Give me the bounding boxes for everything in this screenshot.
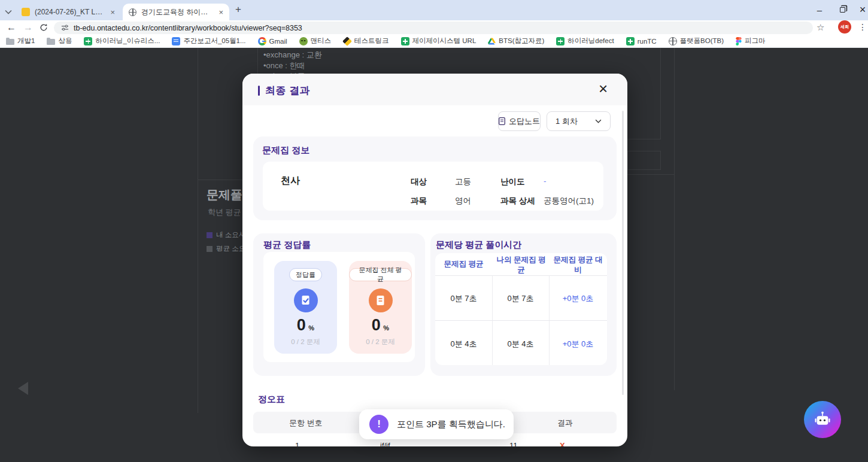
note-icon (499, 117, 505, 125)
tab-favicon-globe (129, 8, 136, 16)
errata-partial-row: 1 if/if 11 X (253, 441, 617, 446)
bookmark-mantis[interactable]: 맨티스 (299, 37, 332, 45)
errata-cell: 1 (295, 441, 299, 446)
time-delta-cell: +0분 0초 (549, 293, 607, 304)
time-cell: 0분 4초 (435, 339, 492, 349)
prev-arrow-icon[interactable] (18, 382, 28, 395)
browser-menu-icon[interactable]: ⋮ (858, 22, 867, 32)
modal-scrollbar[interactable] (622, 111, 624, 395)
forward-button[interactable]: → (22, 22, 35, 34)
bg-divider (660, 48, 661, 139)
new-tab-button[interactable]: + (235, 4, 241, 16)
workbook-avg-value: 0 (372, 316, 381, 334)
chatbot-button[interactable] (804, 401, 841, 438)
tab-title: 경기도교육청 하이러닝 (141, 7, 214, 17)
bookmark-testlink[interactable]: 테스트링크 (343, 37, 389, 45)
tab-kt-lanedu[interactable]: (2024-07-26)_KT LanEdu_화면 × (16, 4, 121, 20)
bookmark-dev1[interactable]: 개발1 (6, 37, 35, 45)
bookmark-sangyong[interactable]: 상용 (47, 37, 72, 45)
field-label: 과목 (411, 196, 427, 206)
bookmarks-bar: 개발1 상용 하이러닝_이슈리스... 주간보고서_05월1... Gmail … (0, 35, 868, 48)
robot-icon (813, 410, 832, 429)
bg-vocab-line: •once : 한때 (263, 60, 305, 71)
workbook-name: 천사 (281, 175, 300, 187)
address-bar[interactable]: tb-edu.ontactedu.co.kr/contentlibrary/wo… (54, 22, 813, 34)
restore-icon (840, 7, 845, 13)
errata-cell: if/if (380, 441, 390, 446)
section-title: 문제집 정보 (262, 145, 309, 156)
errata-result-cell: X (560, 441, 565, 446)
bg-divider (627, 139, 661, 139)
field-label: 대상 (411, 177, 427, 187)
back-button[interactable]: ← (5, 22, 18, 34)
time-col-header: 문제집 평균 (435, 259, 492, 269)
bg-divider (674, 48, 675, 390)
bookmark-hilearning-issue[interactable]: 하이러닝_이슈리스... (84, 37, 160, 45)
accuracy-badge: 정답률 (289, 268, 322, 281)
bg-legend-item: 평균 소요 (207, 244, 245, 253)
table-divider (435, 275, 607, 276)
time-cell: 0분 4초 (492, 339, 549, 349)
mantis-icon (299, 37, 308, 45)
time-cell: 0분 7초 (492, 293, 549, 304)
workbook-avg-value-wrap: 0 % (349, 316, 412, 335)
workbook-avg-card: 문제집 전체 평균 0 % 0 / 2 문제 (349, 261, 412, 354)
bookmark-hilearning-defect[interactable]: 하이러닝defect (556, 37, 614, 45)
field-value: 영어 (455, 196, 471, 206)
round-select[interactable]: 1 회차 (547, 111, 611, 131)
screen: (2024-07-26)_KT LanEdu_화면 × 경기도교육청 하이러닝 … (0, 0, 868, 462)
errata-cell: 11 (509, 441, 518, 446)
wrong-note-button[interactable]: 오답노트 (498, 111, 541, 131)
field-label: 과목 상세 (500, 196, 535, 206)
tab-hilearning[interactable]: 경기도교육청 하이러닝 × (123, 4, 229, 20)
bg-subheading: 학년 평균 (208, 207, 241, 218)
legend-swatch (207, 232, 213, 238)
accuracy-sub: 0 / 2 문제 (274, 338, 337, 346)
errata-col-header: 문항 번호 (289, 418, 323, 428)
bg-box (627, 151, 661, 170)
profile-avatar[interactable]: 세희 (838, 20, 851, 34)
accuracy-unit: % (308, 324, 314, 332)
modal-title-wrap: 최종 결과 (258, 84, 310, 98)
tab-close-icon[interactable]: × (218, 8, 223, 17)
bookmark-bts[interactable]: BTS(참고자료) (488, 37, 544, 45)
window-close-button[interactable]: × (852, 0, 868, 19)
folder-icon (47, 39, 55, 45)
table-divider (435, 320, 607, 321)
site-info-icon[interactable] (61, 24, 69, 32)
sheets-icon (401, 37, 409, 45)
tab-search-icon[interactable] (5, 6, 12, 17)
document-check-icon (294, 288, 318, 312)
modal-close-icon[interactable]: × (599, 81, 608, 96)
solve-time-section: 문제당 평균 풀이시간 문제집 평균 나의 문제집 평균 문제집 평균 대비 0… (430, 233, 617, 376)
refresh-button[interactable] (37, 22, 50, 34)
time-delta-cell: +0분 0초 (549, 339, 607, 349)
exclamation-icon: ! (369, 415, 389, 434)
bookmark-platform-bo[interactable]: 플랫폼BO(TB) (669, 37, 724, 45)
field-value: 공통영어(고1) (544, 196, 594, 206)
accuracy-section: 평균 정답률 정답률 0 % 0 / 2 문제 문제집 전체 평균 (253, 233, 425, 376)
tab-close-icon[interactable]: × (110, 8, 115, 17)
tab-favicon-yellow (22, 8, 30, 16)
bookmark-gmail[interactable]: Gmail (258, 37, 287, 45)
bookmark-figma[interactable]: 피그마 (736, 37, 766, 45)
field-value: 고등 (455, 177, 471, 187)
bookmark-runtc[interactable]: runTC (626, 37, 657, 45)
url-text: tb-edu.ontactedu.co.kr/contentlibrary/wo… (74, 24, 302, 32)
time-col-header: 나의 문제집 평균 (494, 255, 548, 275)
tab-title: (2024-07-26)_KT LanEdu_화면 (35, 7, 105, 17)
window-minimize-button[interactable]: – (809, 0, 830, 19)
bookmark-jj-system[interactable]: 제이제이시스템 URL (401, 37, 477, 45)
section-title: 평균 정답률 (263, 239, 311, 251)
globe-icon (669, 37, 677, 45)
field-value: - (544, 177, 547, 186)
final-result-modal: 최종 결과 × 오답노트 1 회차 문제집 정보 천사 대상 고등 난이도 - … (242, 74, 627, 446)
accuracy-value-wrap: 0 % (274, 316, 337, 335)
docs-icon (172, 37, 180, 45)
window-restore-button[interactable] (832, 0, 852, 19)
errata-title: 정오표 (258, 394, 285, 405)
bookmark-star-icon[interactable]: ☆ (817, 22, 824, 33)
bookmark-weekly-report[interactable]: 주간보고서_05월1... (172, 37, 245, 45)
document-icon (369, 288, 393, 312)
testlink-icon (342, 37, 352, 46)
